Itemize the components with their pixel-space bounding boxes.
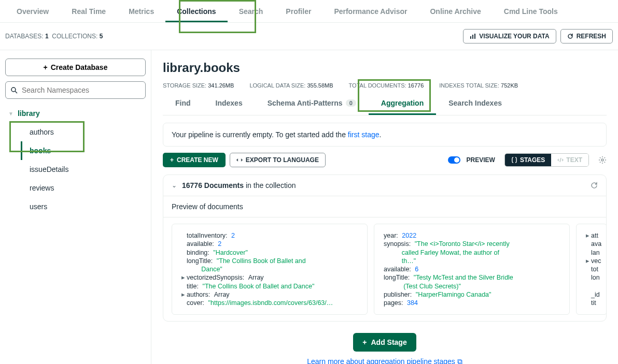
plus-icon: + <box>362 338 367 346</box>
svg-rect-0 <box>470 36 471 39</box>
search-namespaces-field[interactable] <box>22 86 140 94</box>
top-tabs: Overview Real Time Metrics Collections S… <box>0 0 618 23</box>
tab-profiler[interactable]: Profiler <box>274 1 322 22</box>
create-new-button[interactable]: + CREATE NEW <box>163 153 226 167</box>
tab-cmd-line-tools[interactable]: Cmd Line Tools <box>493 1 569 22</box>
gear-icon[interactable] <box>598 156 607 164</box>
tab-performance-advisor[interactable]: Performance Advisor <box>322 1 418 22</box>
tab-overview[interactable]: Overview <box>5 1 60 22</box>
subtab-aggregation[interactable]: Aggregation <box>369 93 436 115</box>
tab-metrics[interactable]: Metrics <box>117 1 165 22</box>
preview-label: PREVIEW <box>467 156 495 164</box>
learn-more-link[interactable]: Learn more about aggregation pipeline st… <box>307 357 462 364</box>
databases-label: DATABASES: <box>5 33 44 40</box>
add-stage-button[interactable]: + Add Stage <box>353 333 416 352</box>
sidebar: + Create Database ▼ library authors book… <box>0 50 151 364</box>
panel-header[interactable]: ⌄ 16776 Documents in the collection <box>163 175 606 196</box>
aggregation-toolbar: + CREATE NEW EXPORT TO LANGUAGE PREVIEW … <box>163 153 607 167</box>
preview-toggle[interactable] <box>448 156 460 164</box>
collection-item-issuedetails[interactable]: issueDetails <box>21 160 146 179</box>
database-row-library[interactable]: ▼ library <box>5 104 146 123</box>
collection-item-reviews[interactable]: reviews <box>21 179 146 197</box>
create-database-button[interactable]: + Create Database <box>5 59 146 76</box>
main-content: library.books STORAGE SIZE: 341.26MB LOG… <box>151 50 618 364</box>
document-preview-3: ▸att ava lan ▸vec tot lon _id tit <box>576 224 606 315</box>
svg-line-4 <box>15 91 17 93</box>
svg-point-5 <box>601 159 603 161</box>
external-link-icon: ⧉ <box>457 357 462 364</box>
bar-chart-icon <box>470 33 476 39</box>
tab-search[interactable]: Search <box>228 1 275 22</box>
view-mode-stages[interactable]: STAGES <box>505 154 551 166</box>
schema-badge: 0 <box>346 99 356 107</box>
subtab-schema[interactable]: Schema Anti-Patterns0 <box>255 93 369 115</box>
caret-down-icon: ▼ <box>8 111 13 117</box>
view-mode-segment: STAGES TEXT <box>504 153 589 167</box>
collection-title: library.books <box>163 61 607 75</box>
search-namespaces-input[interactable] <box>5 81 146 99</box>
databases-count: 1 <box>45 33 49 40</box>
tab-collections[interactable]: Collections <box>165 1 227 22</box>
tab-realtime[interactable]: Real Time <box>60 1 117 22</box>
plus-icon: + <box>170 156 174 164</box>
collection-item-users[interactable]: users <box>21 197 146 216</box>
sub-tabs: Find Indexes Schema Anti-Patterns0 Aggre… <box>163 93 607 115</box>
view-mode-text[interactable]: TEXT <box>551 154 588 166</box>
collections-count: 5 <box>100 33 103 40</box>
empty-pipeline-message: Your pipeline is currently empty. To get… <box>163 123 607 147</box>
first-stage-link[interactable]: first stage <box>348 130 380 139</box>
info-bar: DATABASES: 1 COLLECTIONS: 5 VISUALIZE YO… <box>0 23 618 50</box>
documents-panel: ⌄ 16776 Documents in the collection Prev… <box>163 174 607 322</box>
subtab-search-indexes[interactable]: Search Indexes <box>436 93 514 115</box>
panel-refresh-icon[interactable] <box>591 182 598 189</box>
export-icon <box>236 157 243 163</box>
collections-label: COLLECTIONS: <box>52 33 97 40</box>
tab-online-archive[interactable]: Online Archive <box>418 1 492 22</box>
refresh-button[interactable]: REFRESH <box>560 29 613 43</box>
visualize-data-button[interactable]: VISUALIZE YOUR DATA <box>463 29 556 43</box>
subtab-find[interactable]: Find <box>163 93 203 115</box>
subtab-indexes[interactable]: Indexes <box>203 93 255 115</box>
collection-list: authors books issueDetails reviews users <box>5 123 146 216</box>
text-icon <box>557 157 564 163</box>
braces-icon <box>511 157 517 163</box>
plus-icon: + <box>44 63 48 71</box>
export-to-language-button[interactable]: EXPORT TO LANGUAGE <box>230 153 326 167</box>
search-icon <box>11 87 18 94</box>
collection-stats: STORAGE SIZE: 341.26MB LOGICAL DATA SIZE… <box>163 82 607 89</box>
preview-of-documents-label: Preview of documents <box>163 196 606 217</box>
chevron-down-icon: ⌄ <box>172 182 177 189</box>
svg-rect-2 <box>474 34 475 39</box>
svg-point-3 <box>11 88 16 92</box>
collection-item-books[interactable]: books <box>21 141 146 160</box>
refresh-icon <box>567 33 573 39</box>
document-preview-1: totalInventory: 2 available: 2 binding: … <box>172 224 368 315</box>
document-preview-2: year: 2022 synopsis: "The <i>Toronto Sta… <box>374 224 570 315</box>
collection-item-authors[interactable]: authors <box>21 123 146 141</box>
svg-rect-1 <box>472 35 473 39</box>
